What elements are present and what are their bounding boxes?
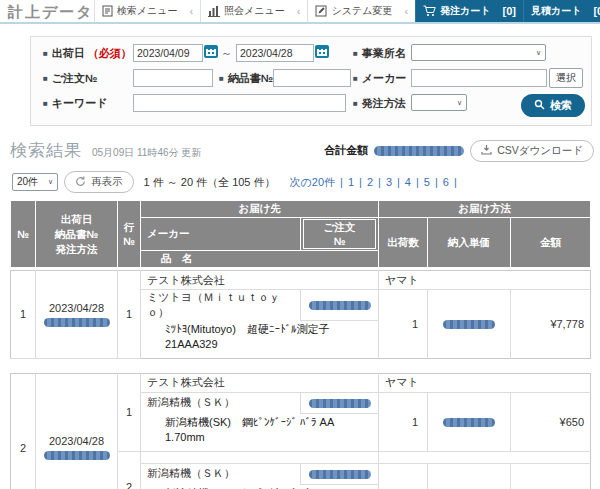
- ship-date-label: 出荷日: [52, 46, 85, 61]
- redacted-delivery-slip-no: [44, 318, 110, 327]
- redacted-unit-price: [443, 418, 495, 427]
- header-qty: 出荷数: [379, 218, 428, 268]
- ship-date-cell: 2023/04/28: [36, 373, 118, 489]
- header-delivery-method: お届け方法: [379, 201, 591, 218]
- delivery-method-cell: ヤマト: [379, 373, 591, 392]
- order-no-input[interactable]: [133, 69, 213, 87]
- top-bar: 計上データ 検索メニュー ‹ 照会メニュー ‹ システム変更 ‹: [0, 0, 600, 24]
- page-link[interactable]: 4: [405, 176, 411, 188]
- results-table-header: № 出荷日 納品書№ 発注方法 行№ お届け先 お届け方法 メーカー ご注文№ …: [10, 200, 591, 268]
- refresh-button[interactable]: 再表示: [64, 171, 134, 193]
- page-separator: |: [416, 176, 419, 188]
- client-cell: [141, 451, 379, 463]
- results-header: 検索結果 05月09日 11時46分 更新 合計金額 CSVダウンロード: [10, 139, 594, 162]
- order-no-label: ご注文№: [52, 71, 98, 86]
- client-cell: テスト株式会社: [141, 373, 379, 392]
- tab-order-cart[interactable]: 発注カート [0]: [415, 0, 523, 22]
- delivery-method-cell: ヤマト: [379, 271, 591, 290]
- result-range: 1 件 ～ 20 件（全 105 件）: [144, 175, 276, 190]
- search-button[interactable]: 検索: [521, 94, 585, 117]
- header-no: №: [11, 201, 36, 268]
- chevron-down-icon: ∨: [536, 49, 541, 57]
- maker-label: メーカー: [362, 71, 407, 86]
- tab-label: 検索メニュー: [117, 4, 178, 18]
- redacted-order-no: [309, 301, 371, 310]
- order-method-label: 発注方法: [362, 96, 406, 111]
- page-link[interactable]: 6: [443, 176, 449, 188]
- bullet-icon: ■: [353, 74, 358, 83]
- tab-label: 発注カート: [440, 4, 490, 18]
- maker-cell: 新潟精機（ＳＫ）: [141, 463, 301, 484]
- search-form: ■ 出荷日 （必須） ～ ■ ご注文№ ■ 納品書№ ■ キーワード ■ 事業所…: [30, 36, 592, 126]
- office-select[interactable]: ∨: [411, 44, 546, 61]
- page-link[interactable]: 1: [348, 176, 354, 188]
- bullet-icon: ■: [353, 99, 358, 108]
- tab-quote-cart[interactable]: 見積カート [0]: [523, 0, 600, 22]
- chevron-down-icon: ∨: [48, 178, 53, 186]
- amount-cell: ¥650: [511, 463, 591, 489]
- page-separator: |: [397, 176, 400, 188]
- refresh-icon: [75, 176, 86, 189]
- chevron-left-icon[interactable]: ‹: [189, 5, 193, 17]
- calendar-icon[interactable]: [204, 45, 218, 58]
- page-link[interactable]: 5: [424, 176, 430, 188]
- bullet-icon: ■: [219, 74, 224, 83]
- page-title: 計上データ: [0, 0, 94, 22]
- chevron-down-icon: ∨: [457, 99, 462, 107]
- page-separator: |: [435, 176, 438, 188]
- header-shipdate-slip-method: 出荷日 納品書№ 発注方法: [36, 201, 118, 268]
- results-controls: 20件 ∨ 再表示 1 件 ～ 20 件（全 105 件） 次の20件 | 1 …: [12, 171, 594, 193]
- delivery-method-cell: [379, 451, 591, 463]
- delivery-slip-input[interactable]: [273, 69, 351, 87]
- amount-cell: ¥650: [511, 392, 591, 451]
- line-no-cell: 1: [118, 373, 141, 451]
- maker-input[interactable]: [411, 69, 547, 87]
- page-link[interactable]: 2: [367, 176, 373, 188]
- cart-count-badge: [0]: [503, 5, 516, 17]
- row-no: 1: [11, 271, 36, 359]
- page-separator: |: [340, 176, 343, 188]
- tab-label: 照会メニュー: [224, 4, 285, 18]
- tab-label: 見積カート: [531, 4, 581, 18]
- next-page-link[interactable]: 次の20件: [290, 175, 336, 190]
- redacted-total-amount: [374, 146, 464, 156]
- header-line-no: 行№: [118, 201, 141, 268]
- qty-cell: 1: [379, 290, 428, 359]
- page-separator: |: [359, 176, 362, 188]
- page-separator: |: [454, 176, 457, 188]
- page-link[interactable]: 3: [386, 176, 392, 188]
- tab-search-menu[interactable]: 検索メニュー ‹: [94, 0, 200, 22]
- client-cell: テスト株式会社: [141, 271, 379, 290]
- redacted-order-no: [309, 470, 371, 479]
- tab-inquiry-menu[interactable]: 照会メニュー ‹: [200, 0, 307, 22]
- maker-cell: ミツトヨ（Ｍｉｔｕｔｏｙｏ）: [141, 290, 301, 321]
- unit-price-cell: [428, 290, 511, 359]
- tab-label: システム変更: [331, 4, 392, 18]
- ship-date-to-input[interactable]: [236, 44, 314, 62]
- amount-cell: ¥7,778: [511, 290, 591, 359]
- product-name-cell: 新潟精機(SK) 鋼ﾋﾟﾝｹﾞｰｼﾞ ﾊﾞﾗ AA 1.70mm: [141, 413, 379, 451]
- row-no: 2: [11, 373, 36, 489]
- order-method-select[interactable]: ∨: [411, 94, 467, 111]
- csv-download-button[interactable]: CSVダウンロード: [470, 140, 594, 162]
- search-icon: [534, 99, 545, 112]
- result-group: 2 2023/04/28 1 テスト株式会社 ヤマト 新潟精機（ＳＫ） 1 ¥6…: [10, 373, 591, 489]
- tab-system-change[interactable]: システム変更 ‹: [307, 0, 415, 22]
- total-amount-label: 合計金額: [324, 143, 368, 158]
- calendar-icon[interactable]: [315, 45, 329, 58]
- ship-date-cell: 2023/04/28: [36, 271, 118, 359]
- chevron-left-icon[interactable]: ‹: [297, 5, 301, 17]
- chevron-left-icon[interactable]: ‹: [404, 5, 408, 17]
- header-maker: メーカー: [141, 218, 301, 251]
- results-title: 検索結果: [10, 139, 82, 162]
- maker-select-button[interactable]: 選択: [549, 68, 583, 88]
- order-no-cell: [301, 290, 379, 321]
- chart-icon: [208, 5, 220, 17]
- page-size-select[interactable]: 20件 ∨: [12, 173, 58, 191]
- required-badge: （必須）: [88, 46, 132, 61]
- keyword-input[interactable]: [133, 94, 346, 112]
- office-label: 事業所名: [362, 46, 406, 61]
- page-separator: |: [378, 176, 381, 188]
- ship-date-from-input[interactable]: [133, 44, 203, 62]
- keyword-label: キーワード: [52, 96, 108, 111]
